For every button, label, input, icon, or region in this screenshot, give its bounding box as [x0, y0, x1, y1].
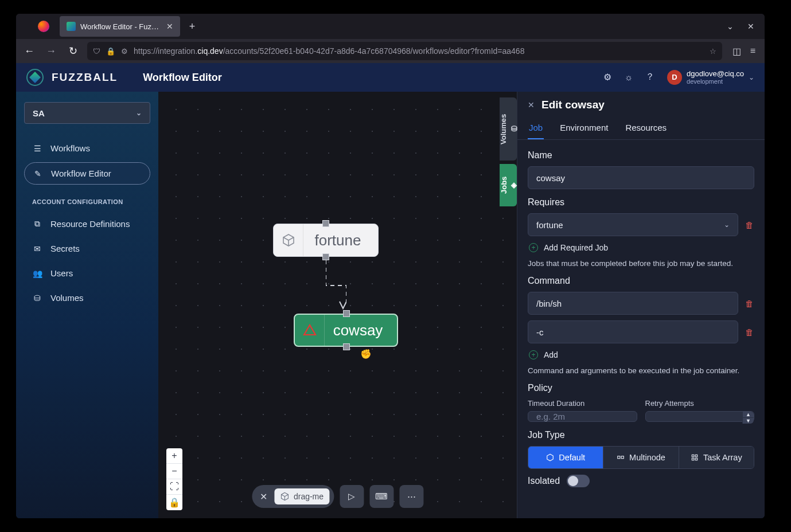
account-selector[interactable]: SA ⌄ [24, 102, 150, 124]
app-menu-icon[interactable]: ≡ [750, 46, 755, 57]
command-help: Command and arguments to be executed in … [528, 366, 754, 375]
app-top-bar: FUZZBALL Workflow Editor ⚙ ☼ ？ D dgodlov… [16, 63, 765, 92]
stepper-up-button[interactable]: ▲ [742, 412, 754, 418]
sidebar-item-volumes[interactable]: ⛁ Volumes [24, 287, 150, 308]
edit-panel: ✕ Edit cowsay Job Environment Resources … [517, 92, 765, 518]
svg-rect-4 [692, 458, 694, 460]
theme-toggle-icon[interactable]: ☼ [624, 72, 633, 83]
plus-circle-icon: + [529, 243, 538, 252]
zoom-controls: + − ⛶ 🔒 [166, 448, 182, 510]
node-handle[interactable] [343, 310, 350, 317]
isolated-label: Isolated [528, 476, 560, 486]
jobtype-segment: Default Multinode Task Array [528, 446, 754, 469]
clear-drag-icon[interactable]: ✕ [256, 491, 270, 502]
chevron-down-icon: ⌄ [136, 109, 142, 117]
browser-tab[interactable]: Workflow Editor - Fuzzba ✕ [60, 16, 180, 37]
browser-tab-strip: Workflow Editor - Fuzzba ✕ + ⌄ ✕ [16, 14, 765, 39]
stepper-down-button[interactable]: ▼ [742, 418, 754, 424]
jobtype-label: Job Type [528, 430, 754, 440]
logo-text: FUZZBALL [52, 71, 118, 84]
keyboard-button[interactable]: ⌨ [369, 485, 393, 508]
command-input-1[interactable]: -c [528, 320, 738, 343]
panel-close-button[interactable]: ✕ [528, 100, 535, 109]
requires-select[interactable]: fortune ⌄ [528, 213, 738, 236]
tab-title: Workflow Editor - Fuzzba [80, 22, 162, 31]
name-label: Name [528, 150, 754, 161]
canvas-tab-volumes[interactable]: Volumes ⛁ [500, 97, 517, 161]
sidebar-item-workflows[interactable]: ☰ Workflows [24, 138, 150, 159]
window-close-icon[interactable]: ✕ [747, 22, 754, 31]
delete-command-button[interactable]: 🗑 [744, 327, 754, 337]
isolated-toggle[interactable] [567, 475, 590, 487]
avatar: D [667, 70, 682, 85]
new-tab-button[interactable]: + [184, 21, 201, 33]
edge-fortune-to-cowsay [326, 260, 346, 311]
edit-icon: ✎ [33, 169, 43, 178]
add-command-label: Add [544, 350, 558, 359]
panel-body: Name cowsay Requires fortune ⌄ 🗑 + [517, 140, 765, 518]
sidebar-section-header: ACCOUNT CONFIGURATION [24, 188, 150, 210]
sidebar-item-resource-definitions[interactable]: ⧉ Resource Definitions [24, 213, 150, 234]
url-bar[interactable]: 🛡 🔒 ⚙ https://integration.ciq.dev/accoun… [87, 42, 722, 60]
lock-icon: 🔒 [106, 47, 115, 56]
run-button[interactable]: ▷ [340, 485, 364, 508]
jobtype-multinode[interactable]: Multinode [603, 447, 679, 468]
svg-rect-2 [692, 455, 694, 457]
sidebar-item-label: Workflow Editor [51, 169, 111, 178]
node-fortune[interactable]: fortune [273, 224, 379, 257]
node-handle[interactable] [322, 253, 329, 260]
chevron-down-icon: ⌄ [749, 73, 754, 81]
workflow-canvas[interactable]: fortune cowsay ✊ Volum [158, 92, 517, 518]
node-handle[interactable] [322, 220, 329, 227]
chevron-down-icon: ⌄ [724, 221, 730, 229]
more-menu-button[interactable]: ⋯ [399, 485, 423, 508]
drag-chip[interactable]: drag-me [274, 488, 329, 504]
cube-icon [274, 224, 303, 256]
nav-forward-button[interactable]: → [44, 45, 59, 57]
help-icon[interactable]: ？ [645, 71, 654, 83]
node-cowsay[interactable]: cowsay [294, 314, 398, 347]
sidebar: SA ⌄ ☰ Workflows ✎ Workflow Editor ACCOU… [16, 92, 158, 518]
canvas-tab-label: Volumes [499, 114, 508, 144]
sidebar-item-workflow-editor[interactable]: ✎ Workflow Editor [24, 162, 150, 185]
nav-reload-button[interactable]: ↻ [65, 45, 80, 57]
zoom-lock-button[interactable]: 🔒 [166, 495, 182, 510]
sidebar-item-secrets[interactable]: ✉ Secrets [24, 238, 150, 259]
tab-environment[interactable]: Environment [559, 118, 609, 139]
user-menu[interactable]: D dgodlove@ciq.co development ⌄ [667, 70, 754, 85]
retry-stepper[interactable]: ▲ ▼ [645, 411, 755, 422]
canvas-toolbar: ✕ drag-me ▷ ⌨ ⋯ [252, 485, 423, 508]
account-selector-value: SA [33, 108, 45, 118]
jobtype-taskarray[interactable]: Task Array [679, 447, 754, 468]
zoom-in-button[interactable]: + [166, 448, 182, 464]
sidebar-item-label: Workflows [50, 143, 90, 153]
settings-gear-icon[interactable]: ⚙ [603, 72, 611, 83]
bookmark-star-icon[interactable]: ☆ [710, 47, 716, 56]
tab-resources[interactable]: Resources [624, 118, 668, 139]
tab-job[interactable]: Job [528, 118, 544, 139]
delete-required-button[interactable]: 🗑 [744, 220, 754, 230]
sidebar-item-label: Secrets [50, 244, 80, 253]
add-required-job-button[interactable]: + Add Required Job [528, 242, 754, 253]
canvas-tab-jobs[interactable]: Jobs ◈ [500, 164, 517, 206]
close-tab-icon[interactable]: ✕ [166, 22, 173, 31]
panel-tabs: Job Environment Resources [517, 115, 765, 140]
name-input[interactable]: cowsay [528, 166, 754, 189]
command-input-0[interactable]: /bin/sh [528, 292, 738, 315]
node-label: cowsay [325, 322, 397, 339]
timeout-input[interactable]: e.g. 2m [528, 411, 637, 422]
tab-dropdown-icon[interactable]: ⌄ [727, 22, 734, 31]
node-handle[interactable] [343, 343, 350, 350]
canvas-tab-label: Jobs [500, 177, 508, 194]
jobtype-default[interactable]: Default [528, 447, 603, 468]
zoom-out-button[interactable]: − [166, 464, 182, 479]
add-required-label: Add Required Job [544, 243, 608, 252]
sidebar-item-users[interactable]: 👥 Users [24, 263, 150, 284]
drag-chip-label: drag-me [294, 492, 324, 501]
app-shell: FUZZBALL Workflow Editor ⚙ ☼ ？ D dgodlov… [16, 63, 765, 518]
nav-back-button[interactable]: ← [22, 45, 37, 57]
extensions-icon[interactable]: ◫ [732, 46, 741, 57]
delete-command-button[interactable]: 🗑 [744, 299, 754, 308]
add-command-button[interactable]: + Add [528, 349, 754, 361]
zoom-fit-button[interactable]: ⛶ [166, 479, 182, 495]
